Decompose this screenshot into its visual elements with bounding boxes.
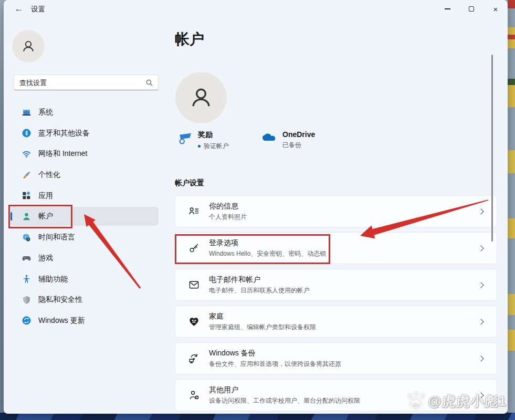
sidebar-item-bluetooth-devices[interactable]: 蓝牙和其他设备 <box>10 124 159 143</box>
sidebar-item-windows-update[interactable]: Windows 更新 <box>10 311 159 330</box>
rewards-ribbon-icon <box>177 131 193 145</box>
gamepad-icon <box>21 253 31 264</box>
person-icon <box>187 83 215 112</box>
status-dot <box>198 145 201 148</box>
sidebar-item-privacy-security[interactable]: 隐私和安全性 <box>10 290 159 309</box>
search-icon <box>142 79 156 87</box>
close-button[interactable]: × <box>484 0 508 18</box>
brush-icon <box>21 170 31 180</box>
desktop-icon-fragment <box>508 294 515 315</box>
your-info-icon <box>187 205 200 218</box>
bluetooth-icon <box>21 128 31 139</box>
watermark-text: @虎虎小彪1 <box>428 392 507 411</box>
onedrive-badge[interactable]: OneDrive 已备份 <box>261 130 315 151</box>
desktop-icon-fragment <box>508 79 515 85</box>
backup-sync-icon <box>187 352 200 365</box>
card-windows-backup[interactable]: Windows 备份 备份文件、应用和首选项，以便跨设备将其还原 <box>175 342 497 374</box>
back-arrow-icon: ← <box>15 4 24 14</box>
desktop-icon-fragment <box>508 85 515 107</box>
page-title: 帐户 <box>175 29 204 49</box>
minimize-button[interactable] <box>435 0 459 18</box>
baidu-paw-icon: du <box>408 393 426 411</box>
onedrive-status: 已备份 <box>282 141 301 150</box>
onedrive-title: OneDrive <box>282 130 315 139</box>
desktop-icon-fragment <box>508 0 515 8</box>
family-heart-icon <box>187 316 200 328</box>
system-icon <box>21 107 31 118</box>
desktop-icon-fragment <box>508 218 515 238</box>
back-button[interactable]: ← <box>11 2 27 16</box>
globe-clock-icon <box>21 232 31 243</box>
rewards-status: 验证帐户 <box>204 142 229 151</box>
other-users-icon <box>187 389 200 402</box>
user-avatar <box>12 30 45 62</box>
annotation-box-sign-in-options <box>175 234 330 264</box>
email-icon <box>187 279 200 291</box>
desktop-edge-right <box>508 0 515 413</box>
settings-window: ← 设置 × 系统 蓝牙和其他设备 网络和 Internet <box>4 0 508 414</box>
chevron-right-icon <box>478 355 484 361</box>
maximize-icon <box>469 6 474 12</box>
chevron-right-icon <box>478 245 484 251</box>
annotation-box-accounts <box>8 205 72 228</box>
apps-icon <box>21 191 31 201</box>
chevron-right-icon <box>478 208 484 214</box>
minimize-icon <box>445 8 450 9</box>
close-icon: × <box>493 5 498 13</box>
sidebar-item-system[interactable]: 系统 <box>10 103 159 122</box>
card-your-info[interactable]: 你的信息 个人资料照片 <box>175 195 497 227</box>
sidebar-item-accessibility[interactable]: 辅助功能 <box>10 270 159 289</box>
desktop-wallpaper-strip <box>0 413 515 420</box>
rewards-badge[interactable]: 奖励 验证帐户 <box>177 130 229 151</box>
desktop-icon-fragment <box>508 150 515 173</box>
chevron-right-icon <box>478 282 484 288</box>
window-title: 设置 <box>31 5 45 14</box>
section-title: 帐户设置 <box>175 178 204 188</box>
watermark: du @虎虎小彪1 <box>408 392 507 411</box>
settings-search <box>14 75 159 90</box>
rewards-title: 奖励 <box>198 130 229 140</box>
titlebar: ← 设置 × <box>4 0 508 19</box>
sidebar-item-time-language[interactable]: 时间和语言 <box>10 228 159 247</box>
sidebar-item-personalization[interactable]: 个性化 <box>10 165 159 184</box>
account-avatar <box>175 72 227 123</box>
card-email-accounts[interactable]: 电子邮件和帐户 电子邮件、日历和联系人使用的帐户 <box>175 269 497 301</box>
accessibility-person-icon <box>21 274 31 285</box>
onedrive-cloud-icon <box>261 131 277 143</box>
desktop-icon-fragment <box>508 35 515 39</box>
sidebar-item-apps[interactable]: 应用 <box>10 186 159 205</box>
search-input[interactable] <box>14 79 142 87</box>
sidebar-item-gaming[interactable]: 游戏 <box>10 249 159 268</box>
desktop-icon-fragment <box>508 330 515 351</box>
card-family[interactable]: 家庭 管理家庭组、编辑帐户类型和设备权限 <box>175 306 497 338</box>
person-icon <box>19 37 37 55</box>
update-sync-icon <box>21 316 31 326</box>
maximize-button[interactable] <box>459 0 484 18</box>
scrollbar[interactable] <box>491 55 493 242</box>
sidebar-item-network-internet[interactable]: 网络和 Internet <box>10 144 159 163</box>
account-settings-list: 你的信息 个人资料照片 登录选项 Windows Hello、安全密钥、密码、动… <box>175 195 497 414</box>
shield-icon <box>21 295 31 305</box>
wifi-icon <box>21 149 31 159</box>
chevron-right-icon <box>478 319 484 324</box>
